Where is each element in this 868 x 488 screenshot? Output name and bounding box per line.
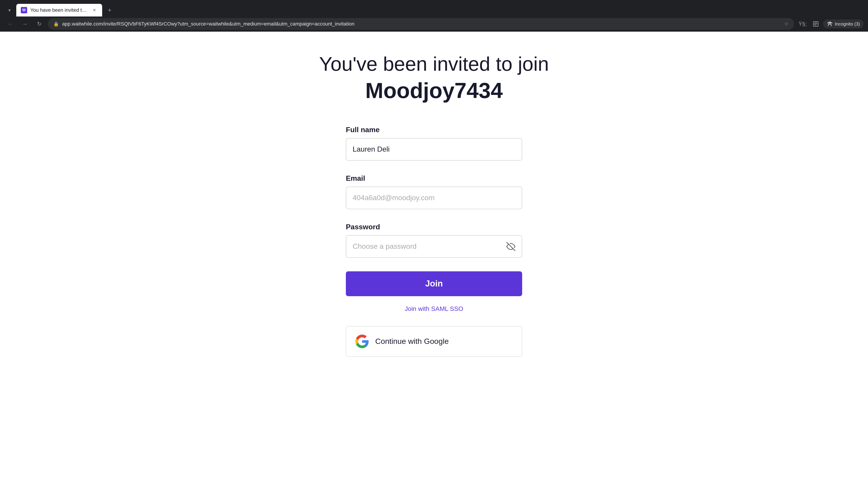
password-wrapper — [346, 235, 522, 258]
back-button[interactable]: ← — [4, 18, 16, 30]
password-input[interactable] — [346, 235, 522, 258]
lock-icon: 🔒 — [53, 21, 59, 27]
tab-title: You have been invited to join a... — [30, 7, 88, 13]
fullname-input[interactable] — [346, 138, 522, 161]
email-label: Email — [346, 174, 522, 183]
tab-list-button[interactable]: ▾ — [4, 5, 14, 15]
join-form: Full name Email Password — [346, 126, 522, 357]
saml-sso-link[interactable]: Join with SAML SSO — [346, 305, 522, 313]
bookmark-icon[interactable]: ☆ — [784, 21, 789, 27]
reload-button[interactable]: ↻ — [33, 18, 45, 30]
fullname-label: Full name — [346, 126, 522, 134]
google-icon — [355, 335, 369, 348]
tab-bar: ▾ W You have been invited to join a... ✕… — [0, 0, 868, 16]
url-display: app.waitwhile.com/invite/RSQtVbF6TyKWf4S… — [62, 21, 781, 27]
main-container: You've been invited to join Moodjoy7434 … — [270, 32, 598, 488]
email-input[interactable] — [346, 187, 522, 209]
org-name: Moodjoy7434 — [365, 78, 503, 103]
invite-heading-line1: You've been invited to join — [319, 52, 549, 76]
password-label: Password — [346, 223, 522, 231]
browser-chrome: ▾ W You have been invited to join a... ✕… — [0, 0, 868, 32]
password-field-group: Password — [346, 223, 522, 258]
google-button-label: Continue with Google — [375, 337, 449, 346]
tab-close-button[interactable]: ✕ — [91, 7, 98, 13]
toolbar-icons: Ÿ§; Incognito (3) — [797, 18, 864, 30]
profile-button[interactable] — [810, 18, 822, 30]
extensions-button[interactable]: Ÿ§; — [797, 18, 809, 30]
new-tab-button[interactable]: + — [104, 4, 115, 16]
forward-button[interactable]: → — [19, 18, 31, 30]
join-button[interactable]: Join — [346, 271, 522, 296]
address-bar-row: ← → ↻ 🔒 app.waitwhile.com/invite/RSQtVbF… — [0, 16, 868, 32]
active-tab[interactable]: W You have been invited to join a... ✕ — [16, 4, 102, 17]
tab-favicon: W — [21, 7, 27, 13]
toggle-password-visibility-button[interactable] — [505, 240, 517, 252]
address-bar[interactable]: 🔒 app.waitwhile.com/invite/RSQtVbF6TyKWf… — [48, 18, 794, 30]
incognito-badge[interactable]: Incognito (3) — [823, 20, 864, 29]
fullname-field-group: Full name — [346, 126, 522, 161]
page-content: You've been invited to join Moodjoy7434 … — [0, 32, 868, 488]
incognito-label: Incognito (3) — [835, 22, 860, 27]
email-field-group: Email — [346, 174, 522, 209]
continue-with-google-button[interactable]: Continue with Google — [346, 326, 522, 357]
